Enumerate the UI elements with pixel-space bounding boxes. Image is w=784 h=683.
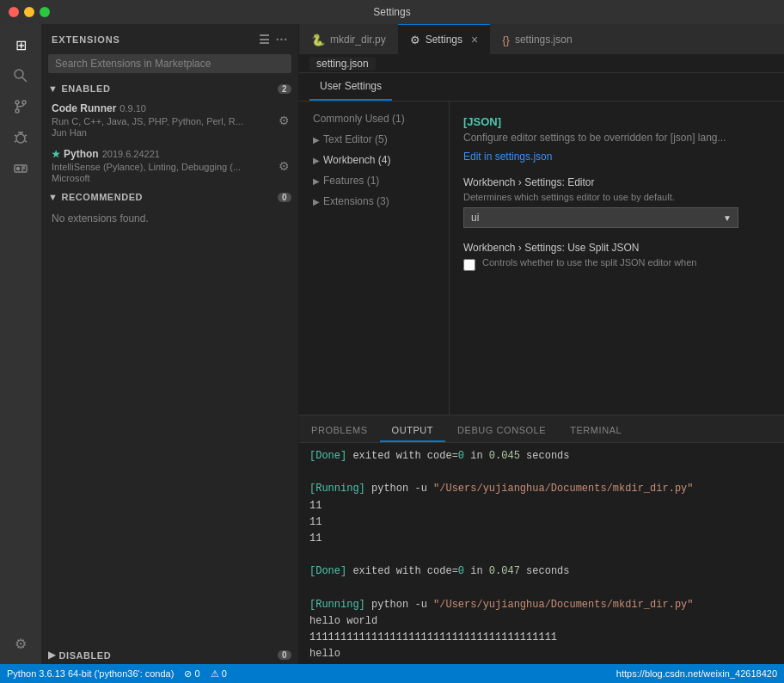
workbench-editor-title: Workbench › Settings: Editor	[463, 176, 770, 188]
extensions-activity-icon[interactable]: ⊞	[7, 31, 34, 58]
svg-point-0	[15, 70, 23, 78]
python-description: IntelliSense (Pylance), Linting, Debuggi…	[52, 162, 288, 172]
sidebar-title: EXTENSIONS	[52, 34, 120, 45]
python-author: Microsoft	[52, 173, 288, 183]
breadcrumb: setting.json	[299, 54, 784, 73]
done-num-2: 0.047	[489, 565, 520, 577]
settings-tab-user[interactable]: User Settings	[309, 73, 392, 101]
settings-editor-select[interactable]: ui json	[463, 207, 738, 228]
close-button[interactable]	[9, 7, 19, 17]
running-label-1: [Running]	[309, 483, 365, 495]
debug-activity-icon[interactable]	[7, 124, 34, 151]
sidebar-header: EXTENSIONS ☰ ···	[41, 24, 298, 54]
json-section-title: [JSON]	[463, 115, 770, 128]
use-split-json-checkbox[interactable]	[463, 259, 475, 271]
tab-settings-label: Settings	[426, 34, 462, 46]
tab-mkdir-label: mkdir_dir.py	[330, 34, 386, 46]
chevron-right-icon: ▶	[48, 649, 56, 661]
tab-settings-json[interactable]: {} settings.json	[490, 24, 584, 54]
settings-activity-icon[interactable]: ⚙	[7, 630, 34, 657]
title-bar: Settings	[0, 0, 784, 24]
nav-arrow-extensions: ▶	[313, 197, 320, 206]
panel-content[interactable]: [Done] exited with code=0 in 0.045 secon…	[299, 443, 784, 664]
settings-nav-features-label: Features (1)	[323, 175, 379, 187]
settings-nav-extensions-label: Extensions (3)	[323, 195, 389, 207]
python-gear-icon[interactable]: ⚙	[279, 159, 290, 173]
nav-arrow-text-editor: ▶	[313, 135, 320, 145]
errors-status[interactable]: ⊘ 0	[184, 668, 199, 680]
filter-icon[interactable]: ☰	[259, 33, 271, 46]
recommended-section-header[interactable]: ▼ RECOMMENDED 0	[41, 188, 298, 206]
settings-nav-features[interactable]: ▶ Features (1)	[299, 170, 449, 191]
disabled-section-title: ▶ DISABLED	[48, 649, 111, 661]
breadcrumb-text: setting.json	[309, 57, 376, 71]
done-text-1: exited with code=	[352, 450, 457, 462]
sidebar: EXTENSIONS ☰ ··· ▼ ENABLED 2 Code Runner…	[41, 24, 299, 664]
tab-debug-console[interactable]: DEBUG CONSOLE	[445, 420, 558, 442]
running-path-1: "/Users/yujianghua/Documents/mkdir_dir.p…	[433, 483, 693, 495]
disabled-label: DISABLED	[59, 650, 112, 661]
blog-link[interactable]: https://blog.csdn.net/weixin_42618420	[616, 668, 777, 679]
code-runner-version: 0.9.10	[119, 103, 146, 114]
output-running-2: [Running] python -u "/Users/yujianghua/D…	[309, 597, 774, 613]
output-11-1: 11	[309, 498, 774, 514]
svg-point-4	[22, 101, 26, 104]
source-control-activity-icon[interactable]	[7, 93, 34, 120]
remote-activity-icon[interactable]	[7, 155, 34, 182]
use-split-json-section: Workbench › Settings: Use Split JSON Con…	[463, 242, 770, 273]
python-version: 2019.6.24221	[102, 149, 160, 159]
output-line-1: [Done] exited with code=0 in 0.045 secon…	[309, 448, 774, 465]
python-title: Python	[64, 148, 99, 160]
done-label-2: [Done]	[309, 565, 346, 577]
status-right: https://blog.csdn.net/weixin_42618420	[616, 668, 777, 679]
warnings-status[interactable]: ⚠ 0	[211, 668, 227, 680]
disabled-section-header[interactable]: ▶ DISABLED 0	[41, 646, 298, 664]
search-activity-icon[interactable]	[7, 62, 34, 89]
use-split-json-row: Controls whether to use the split JSON e…	[463, 257, 770, 273]
search-input[interactable]	[48, 54, 291, 73]
code-runner-title: Code Runner	[52, 102, 116, 114]
tab-settings[interactable]: ⚙ Settings ×	[398, 24, 491, 54]
code-runner-name: Code Runner 0.9.10	[52, 102, 288, 114]
workbench-editor-section: Workbench › Settings: Editor Determines …	[463, 176, 770, 228]
tab-terminal[interactable]: TERMINAL	[558, 420, 634, 442]
tab-problems[interactable]: PROBLEMS	[299, 420, 380, 442]
python-extension[interactable]: ★ Python 2019.6.24221 IntelliSense (Pyla…	[41, 143, 298, 188]
output-blank-1	[309, 465, 774, 481]
editor-area: 🐍 mkdir_dir.py ⚙ Settings × {} settings.…	[299, 24, 784, 664]
recommended-label: RECOMMENDED	[61, 192, 143, 202]
maximize-button[interactable]	[40, 7, 50, 17]
enabled-section-header[interactable]: ▼ ENABLED 2	[41, 80, 298, 97]
chevron-down-icon: ▼	[48, 83, 58, 94]
tab-output[interactable]: OUTPUT	[380, 420, 446, 442]
traffic-lights[interactable]	[9, 7, 50, 17]
enabled-count-badge: 2	[278, 84, 291, 94]
running-cmd-1: python -u	[371, 483, 433, 495]
settings-nav-text-editor-label: Text Editor (5)	[323, 133, 388, 145]
code-runner-gear-icon[interactable]: ⚙	[279, 114, 290, 127]
svg-line-1	[22, 77, 27, 82]
settings-main: [JSON] Configure editor settings to be o…	[450, 102, 784, 415]
nav-arrow-workbench: ▶	[313, 156, 320, 165]
output-blank-3	[309, 581, 774, 597]
chevron-down-icon-rec: ▼	[48, 192, 58, 202]
output-hello-world: hello world	[309, 613, 774, 630]
status-bar: Python 3.6.13 64-bit ('python36': conda)…	[0, 664, 784, 683]
tab-close-icon[interactable]: ×	[471, 33, 478, 46]
more-actions-icon[interactable]: ···	[276, 33, 288, 46]
code-runner-extension[interactable]: Code Runner 0.9.10 Run C, C++, Java, JS,…	[41, 97, 298, 143]
settings-nav-commonly-used[interactable]: Commonly Used (1)	[299, 108, 449, 129]
tab-mkdir[interactable]: 🐍 mkdir_dir.py	[299, 24, 398, 54]
settings-nav-text-editor[interactable]: ▶ Text Editor (5)	[299, 129, 449, 150]
settings-nav: Commonly Used (1) ▶ Text Editor (5) ▶ Wo…	[299, 102, 450, 415]
done-num-1: 0.045	[489, 450, 520, 462]
settings-nav-extensions[interactable]: ▶ Extensions (3)	[299, 191, 449, 212]
output-11-3: 11	[309, 531, 774, 547]
use-split-json-title: Workbench › Settings: Use Split JSON	[463, 242, 770, 254]
recommended-empty: No extensions found.	[41, 206, 298, 231]
python-version-status[interactable]: Python 3.6.13 64-bit ('python36': conda)	[7, 668, 174, 679]
settings-content: User Settings Commonly Used (1) ▶ Text E…	[299, 73, 784, 415]
settings-nav-workbench[interactable]: ▶ Workbench (4)	[299, 150, 449, 170]
json-section-link[interactable]: Edit in settings.json	[463, 151, 770, 163]
minimize-button[interactable]	[24, 7, 34, 17]
